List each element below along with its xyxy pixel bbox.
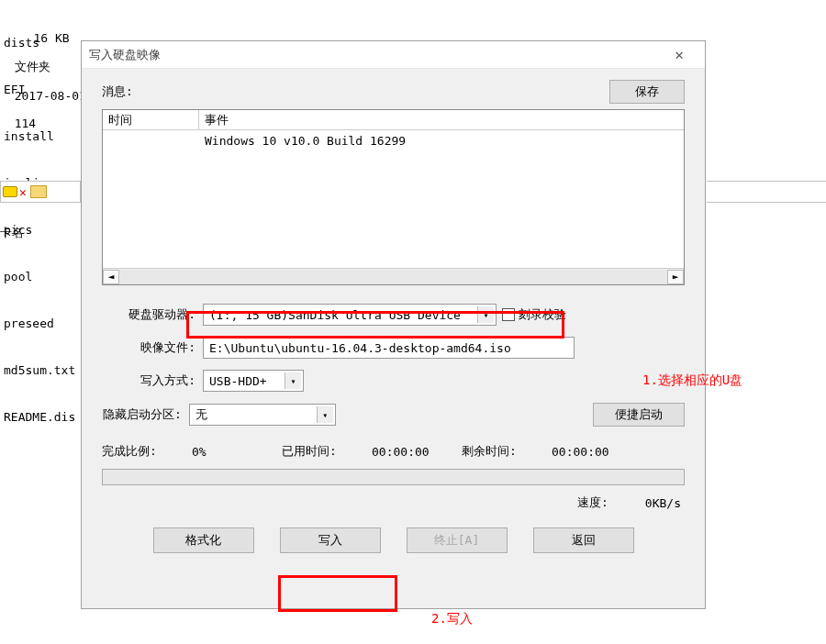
hide-value: 无 xyxy=(195,406,207,423)
elapsed-label: 已用时间: xyxy=(282,443,346,460)
remain-label: 剩余时间: xyxy=(462,443,526,460)
done-label: 完成比例: xyxy=(102,443,166,460)
drive-select[interactable]: (I:, 15 GB)SanDisk Ultra USB Device ▾ xyxy=(203,304,497,326)
key-icon xyxy=(1,186,17,197)
delete-icon: ✕ xyxy=(19,185,27,199)
image-label: 映像文件: xyxy=(102,339,203,356)
annotation-text-1: 1.选择相应的U盘 xyxy=(642,372,742,389)
file-name: install xyxy=(4,128,86,144)
log-row: Windows 10 v10.0 Build 16299 xyxy=(103,134,684,148)
speed-label: 速度: xyxy=(577,494,608,511)
mode-value: USB-HDD+ xyxy=(209,374,267,388)
progress-bar xyxy=(102,469,685,485)
file-name: preseed xyxy=(4,316,86,331)
chevron-down-icon: ▾ xyxy=(317,406,333,423)
chevron-down-icon: ▾ xyxy=(477,306,494,323)
scroll-right-icon[interactable]: ► xyxy=(667,270,684,284)
log-event-text: Windows 10 v10.0 Build 16299 xyxy=(199,134,684,148)
mode-label: 写入方式: xyxy=(102,372,203,389)
annotation-text-2: 2.写入 xyxy=(431,611,473,627)
remain-value: 00:00:00 xyxy=(552,445,616,459)
image-path-input[interactable]: E:\Ubuntu\ubuntu-16.04.3-desktop-amd64.i… xyxy=(203,337,575,359)
hide-label: 隐藏启动分区: xyxy=(102,406,189,423)
scroll-left-icon[interactable]: ◄ xyxy=(103,270,119,284)
checkbox-box xyxy=(502,308,515,321)
write-disk-image-dialog: 写入硬盘映像 ✕ 消息: 保存 时间 事件 Windows 10 v10.0 B… xyxy=(81,40,706,609)
close-button[interactable]: ✕ xyxy=(661,42,698,68)
write-mode-select[interactable]: USB-HDD+ ▾ xyxy=(203,370,304,392)
dialog-title: 写入硬盘映像 xyxy=(89,47,661,63)
background-toolbar: ✕ xyxy=(0,181,81,203)
message-label: 消息: xyxy=(102,83,609,100)
format-button[interactable]: 格式化 xyxy=(153,527,254,553)
log-panel: 时间 事件 Windows 10 v10.0 Build 16299 ◄ ► xyxy=(102,109,685,285)
scroll-track[interactable] xyxy=(119,270,667,284)
close-icon: ✕ xyxy=(675,46,684,63)
horizontal-scrollbar[interactable]: ◄ ► xyxy=(103,268,684,284)
drive-value: (I:, 15 GB)SanDisk Ultra USB Device xyxy=(209,308,461,322)
save-button[interactable]: 保存 xyxy=(609,80,685,104)
log-col-time: 时间 xyxy=(103,110,199,129)
chevron-down-icon: ▾ xyxy=(285,372,301,389)
column-header-name: 卡名 xyxy=(0,225,24,241)
file-name: pool xyxy=(4,269,86,284)
verify-label: 刻录校验 xyxy=(519,306,566,323)
verify-checkbox[interactable]: 刻录校验 xyxy=(502,306,566,323)
speed-value: 0KB/s xyxy=(645,496,681,510)
file-name: md5sum.txt xyxy=(4,362,86,378)
done-value: 0% xyxy=(192,445,256,459)
folder-icon xyxy=(30,185,47,198)
write-button[interactable]: 写入 xyxy=(280,527,381,553)
drive-label: 硬盘驱动器: xyxy=(102,306,203,323)
stop-button: 终止[A] xyxy=(407,527,508,553)
background-toolbar-right xyxy=(707,181,826,203)
file-name: README.dis xyxy=(4,409,86,425)
elapsed-value: 00:00:00 xyxy=(372,445,436,459)
log-col-event: 事件 xyxy=(199,112,684,128)
image-path-value: E:\Ubuntu\ubuntu-16.04.3-desktop-amd64.i… xyxy=(209,341,511,355)
hide-partition-select[interactable]: 无 ▾ xyxy=(189,404,336,426)
quick-boot-button[interactable]: 便捷启动 xyxy=(593,403,685,427)
titlebar: 写入硬盘映像 ✕ xyxy=(82,41,705,69)
back-button[interactable]: 返回 xyxy=(533,527,634,553)
annotation-box-2 xyxy=(278,575,397,612)
